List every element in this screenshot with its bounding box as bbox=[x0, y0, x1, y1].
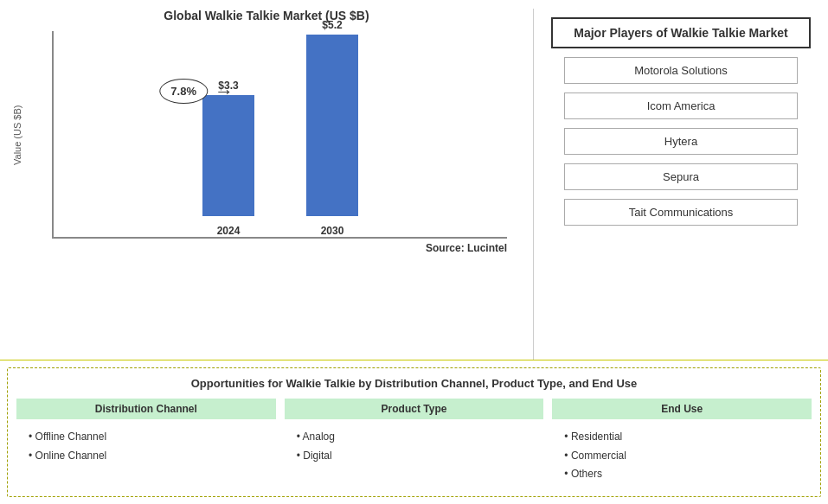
end-item-1: Residential bbox=[561, 428, 803, 447]
bar-label-2030: 2030 bbox=[321, 225, 344, 237]
bar-value-2030: $5.2 bbox=[322, 19, 342, 31]
player-item-1: Motorola Solutions bbox=[564, 57, 798, 84]
column-items-enduse: Residential Commercial Others bbox=[552, 424, 812, 488]
columns-row: Distribution Channel Offline Channel Onl… bbox=[16, 399, 812, 488]
prod-item-1: Analog bbox=[293, 428, 536, 447]
prod-item-2: Digital bbox=[293, 447, 536, 466]
bottom-title: Opportunities for Walkie Talkie by Distr… bbox=[16, 377, 812, 390]
bar-2030 bbox=[306, 35, 358, 216]
player-item-4: Sepura bbox=[564, 163, 798, 190]
column-items-product: Analog Digital bbox=[285, 424, 544, 469]
vertical-divider bbox=[533, 9, 534, 360]
bars-wrapper: $3.3 2024 $5.2 2030 bbox=[52, 31, 507, 239]
growth-arrow: → bbox=[215, 80, 234, 103]
chart-area: Global Walkie Talkie Market (US $B) Valu… bbox=[9, 9, 524, 360]
column-header-distribution: Distribution Channel bbox=[16, 399, 276, 419]
dist-item-1: Offline Channel bbox=[25, 428, 267, 447]
column-header-product: Product Type bbox=[285, 399, 544, 419]
growth-annotation: 7.8% → bbox=[159, 79, 234, 104]
players-area: Major Players of Walkie Talkie Market Mo… bbox=[542, 9, 819, 360]
column-items-distribution: Offline Channel Online Channel bbox=[16, 424, 276, 469]
player-item-2: Icom America bbox=[564, 93, 798, 119]
bottom-section: Opportunities for Walkie Talkie by Distr… bbox=[7, 367, 821, 497]
column-distribution: Distribution Channel Offline Channel Onl… bbox=[16, 399, 276, 488]
bar-group-2030: $5.2 2030 bbox=[306, 19, 358, 237]
y-axis-label: Value (US $B) bbox=[12, 31, 22, 239]
end-item-2: Commercial bbox=[561, 447, 803, 466]
source-label: Source: Lucintel bbox=[9, 242, 524, 254]
column-enduse: End Use Residential Commercial Others bbox=[552, 399, 812, 488]
end-item-3: Others bbox=[561, 465, 803, 484]
player-item-3: Hytera bbox=[564, 128, 798, 155]
chart-container: Value (US $B) $3.3 2024 $5.2 2030 7.8 bbox=[9, 31, 524, 239]
players-title: Major Players of Walkie Talkie Market bbox=[551, 17, 811, 48]
column-header-enduse: End Use bbox=[552, 399, 812, 419]
bar-label-2024: 2024 bbox=[217, 225, 241, 237]
bar-2024 bbox=[202, 95, 254, 216]
player-item-5: Tait Communications bbox=[564, 199, 798, 226]
dist-item-2: Online Channel bbox=[25, 447, 267, 466]
growth-bubble: 7.8% bbox=[159, 79, 208, 104]
column-product: Product Type Analog Digital bbox=[285, 399, 544, 488]
